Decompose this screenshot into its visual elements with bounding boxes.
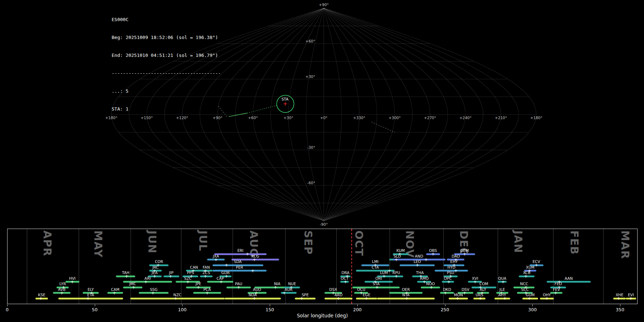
- map-lon-label: +240°: [459, 116, 472, 120]
- current-sol-line: [351, 229, 352, 304]
- shower-label: LMI: [372, 260, 379, 264]
- shower-label: ALY: [480, 288, 486, 292]
- shower-label: JRC: [152, 265, 158, 269]
- axis-tick: [270, 304, 270, 306]
- shower-label: DAD: [452, 254, 460, 258]
- shower-bar: [494, 298, 510, 299]
- shower-label: STA: [373, 282, 380, 286]
- observation-begin: Beg: 20251009 18:52:06 (sol = 196.38°): [112, 35, 221, 41]
- month-label: SEP: [302, 230, 314, 255]
- shower-label: JIP: [169, 271, 174, 275]
- map-lat-label: -90°: [320, 222, 328, 226]
- shower-label: DSX: [329, 288, 337, 292]
- activity-timeline-chart: APRMAYJUNJULAUGSEPOCTNOVDECJANFEBMAR+ERI…: [7, 229, 638, 304]
- month-gridline: [131, 229, 131, 304]
- month-label: APR: [41, 230, 54, 257]
- shower-label: XCB: [523, 271, 531, 275]
- shower-label: SPE: [302, 293, 309, 297]
- shower-label: DSV: [462, 288, 469, 292]
- axis-tick: [357, 304, 358, 306]
- shower-label: NOO: [426, 282, 435, 286]
- month-label: MAY: [92, 230, 104, 258]
- map-lon-label: +60°: [248, 116, 258, 120]
- shower-bar: [58, 298, 123, 299]
- month-label: JUL: [197, 230, 209, 252]
- shower-peak-marker: +: [225, 263, 228, 267]
- x-axis-title: Solar longitude (deg): [297, 313, 348, 318]
- meteor-trail: [229, 113, 247, 117]
- meridian-line: [271, 8, 324, 221]
- shower-label: KSE: [38, 293, 45, 297]
- shower-label: RPU: [392, 271, 400, 275]
- map-lat-label: +90°: [319, 3, 328, 7]
- shower-label: AND: [415, 254, 423, 258]
- axis-tick-label: 150: [265, 307, 274, 312]
- axis-tick: [7, 304, 8, 306]
- radiant-code-label: STA: [282, 97, 289, 101]
- shower-label: JLE: [499, 288, 505, 292]
- shower-label: GEM: [460, 249, 469, 253]
- shower-label: DKD: [443, 288, 451, 292]
- axis-tick: [95, 304, 95, 306]
- map-lon-label: +300°: [389, 116, 401, 120]
- meridian-line: [324, 8, 342, 221]
- shower-label: AVB: [58, 288, 65, 292]
- shower-label: ZCS: [203, 271, 210, 275]
- shower-label: AHY: [498, 293, 506, 297]
- map-lat-label: -30°: [307, 145, 315, 150]
- shower-label: ECV: [533, 260, 540, 264]
- shower-bar: [547, 281, 590, 283]
- shower-label: KCG: [252, 254, 259, 258]
- shower-label: SDA: [234, 260, 242, 264]
- shower-bar: [213, 270, 267, 272]
- shower-label: XHE: [616, 293, 624, 297]
- shower-label: JMC: [129, 282, 136, 286]
- month-label: OCT: [353, 230, 365, 256]
- shower-label: ORI: [375, 277, 382, 280]
- axis-tick-label: 300: [528, 307, 537, 312]
- shower-label: JEA: [152, 271, 158, 275]
- map-lon-label: +0°: [320, 116, 328, 120]
- observation-end: End: 20251010 04:51:21 (sol = 196.79°): [112, 53, 221, 59]
- shower-label: NZC: [174, 293, 181, 297]
- shower-label: OHY: [543, 293, 551, 297]
- map-lat-label: -60°: [307, 181, 315, 185]
- shower-label: SLD: [394, 254, 401, 258]
- info-panel: ES000C Beg: 20251009 18:52:06 (sol = 196…: [112, 5, 221, 124]
- shower-label: DRA: [342, 271, 350, 275]
- shower-label: ERI: [237, 249, 243, 253]
- axis-tick-label: 200: [353, 307, 362, 312]
- axis-tick-label: 100: [178, 307, 186, 312]
- shower-label: COR: [155, 260, 163, 264]
- shower-label: SCC: [521, 288, 529, 292]
- shower-label: PCA: [204, 288, 211, 292]
- shower-label: HYD: [448, 265, 455, 269]
- shower-label: OER: [402, 288, 410, 292]
- shower-label: OCT: [341, 277, 348, 280]
- meteor-trail-extension: [247, 105, 277, 113]
- map-lat-label: +30°: [306, 74, 315, 79]
- shower-label: EGE: [363, 293, 370, 297]
- shower-label: FAN: [203, 265, 210, 269]
- shower-label: EHY: [450, 260, 458, 264]
- shower-label: CAN: [190, 265, 198, 269]
- axis-tick-label: 250: [441, 307, 449, 312]
- map-lat-label: +60°: [306, 39, 315, 43]
- axis-tick: [620, 304, 620, 306]
- shower-label: NDA: [249, 293, 257, 297]
- count-unclassified: ...: 5: [112, 88, 221, 94]
- map-lon-label: +270°: [424, 116, 436, 120]
- shower-label: ARD: [335, 293, 343, 297]
- axis-tick-label: 350: [616, 307, 624, 312]
- axis-tick: [445, 304, 445, 306]
- shower-label: KUM: [396, 249, 405, 253]
- shower-bar: [295, 298, 316, 299]
- month-gridline: [603, 229, 604, 304]
- shower-label: FED: [555, 282, 562, 286]
- map-lon-label: +330°: [353, 116, 365, 120]
- shower-label: NTA: [402, 293, 410, 297]
- map-lon-label: +210°: [495, 116, 507, 120]
- shower-label: GDR: [221, 271, 230, 275]
- shower-label: LYR: [59, 282, 66, 286]
- axis-tick: [182, 304, 182, 306]
